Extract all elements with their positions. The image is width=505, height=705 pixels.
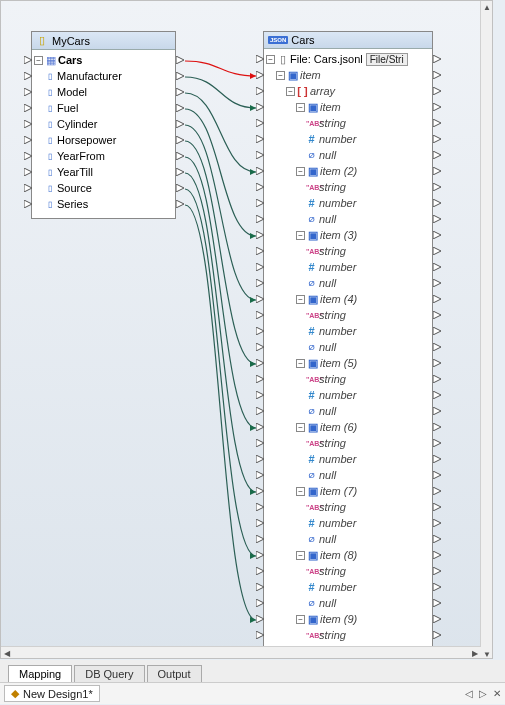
output-port[interactable] [176, 88, 184, 96]
document-tab[interactable]: ◆ New Design1* [4, 685, 100, 702]
input-port[interactable] [256, 231, 264, 239]
leaf-string-row[interactable]: "AB"string [266, 499, 431, 515]
output-port[interactable] [433, 359, 441, 367]
input-port[interactable] [256, 423, 264, 431]
input-port[interactable] [256, 263, 264, 271]
output-port[interactable] [433, 503, 441, 511]
array-item-row[interactable]: −▣item (8) [266, 547, 431, 563]
input-port[interactable] [256, 519, 264, 527]
output-port[interactable] [433, 279, 441, 287]
input-port[interactable] [256, 535, 264, 543]
tab-db-query[interactable]: DB Query [74, 665, 144, 682]
array-item-row[interactable]: −▣item (5) [266, 355, 431, 371]
table-row-cars[interactable]: −▦Cars [34, 52, 174, 68]
leaf-string-row[interactable]: "AB"string [266, 179, 431, 195]
expand-toggle[interactable]: − [296, 359, 305, 368]
input-port[interactable] [256, 183, 264, 191]
array-item-row[interactable]: −▣item (3) [266, 227, 431, 243]
input-port[interactable] [24, 56, 32, 64]
leaf-number-row[interactable]: #number [266, 195, 431, 211]
input-port[interactable] [256, 615, 264, 623]
output-port[interactable] [433, 471, 441, 479]
input-port[interactable] [256, 247, 264, 255]
expand-toggle[interactable]: − [276, 71, 285, 80]
input-port[interactable] [24, 120, 32, 128]
input-port[interactable] [256, 407, 264, 415]
output-port[interactable] [433, 423, 441, 431]
leaf-string-row[interactable]: "AB"string [266, 435, 431, 451]
input-port[interactable] [256, 103, 264, 111]
expand-toggle[interactable]: − [296, 231, 305, 240]
scroll-up-arrow[interactable]: ▲ [481, 1, 493, 13]
output-port[interactable] [433, 487, 441, 495]
tab-mapping[interactable]: Mapping [8, 665, 72, 682]
vertical-scrollbar[interactable]: ▲ ▼ [480, 1, 492, 659]
output-port[interactable] [176, 56, 184, 64]
output-port[interactable] [176, 120, 184, 128]
horizontal-scrollbar[interactable]: ◀ ▶ [1, 646, 481, 658]
leaf-number-row[interactable]: #number [266, 515, 431, 531]
input-port[interactable] [256, 631, 264, 639]
output-port[interactable] [433, 439, 441, 447]
output-port[interactable] [433, 583, 441, 591]
leaf-number-row[interactable]: #number [266, 131, 431, 147]
input-port[interactable] [256, 375, 264, 383]
array-item-row[interactable]: −▣item [266, 99, 431, 115]
mapping-canvas[interactable]: ▯ MyCars −▦Cars▯Manufacturer▯Model▯Fuel▯… [0, 0, 493, 659]
input-port[interactable] [256, 311, 264, 319]
output-port[interactable] [433, 199, 441, 207]
input-port[interactable] [256, 343, 264, 351]
expand-toggle[interactable]: − [266, 55, 275, 64]
leaf-null-row[interactable]: Ønull [266, 275, 431, 291]
output-port[interactable] [433, 103, 441, 111]
input-port[interactable] [256, 455, 264, 463]
nav-close-icon[interactable]: ✕ [493, 688, 501, 699]
file-row[interactable]: −▯File: Cars.jsonlFile/Stri [266, 51, 431, 67]
output-port[interactable] [176, 136, 184, 144]
output-port[interactable] [433, 87, 441, 95]
expand-toggle[interactable]: − [296, 487, 305, 496]
array-item-row[interactable]: −▣item (2) [266, 163, 431, 179]
expand-toggle[interactable]: − [286, 87, 295, 96]
output-port[interactable] [433, 135, 441, 143]
output-port[interactable] [433, 391, 441, 399]
output-port[interactable] [433, 263, 441, 271]
input-port[interactable] [256, 279, 264, 287]
input-port[interactable] [256, 151, 264, 159]
input-port[interactable] [256, 439, 264, 447]
input-port[interactable] [256, 295, 264, 303]
column-row-horsepower[interactable]: ▯Horsepower [34, 132, 174, 148]
expand-toggle[interactable]: − [296, 295, 305, 304]
output-port[interactable] [433, 631, 441, 639]
leaf-null-row[interactable]: Ønull [266, 467, 431, 483]
output-port[interactable] [433, 519, 441, 527]
output-port[interactable] [433, 71, 441, 79]
input-port[interactable] [24, 184, 32, 192]
expand-toggle[interactable]: − [296, 423, 305, 432]
input-port[interactable] [256, 135, 264, 143]
output-port[interactable] [433, 231, 441, 239]
output-port[interactable] [433, 599, 441, 607]
tab-output[interactable]: Output [147, 665, 202, 682]
input-port[interactable] [256, 359, 264, 367]
array-item-row[interactable]: −▣item (6) [266, 419, 431, 435]
input-port[interactable] [24, 136, 32, 144]
leaf-string-row[interactable]: "AB"string [266, 627, 431, 643]
output-port[interactable] [433, 55, 441, 63]
scroll-left-arrow[interactable]: ◀ [1, 647, 13, 659]
leaf-null-row[interactable]: Ønull [266, 595, 431, 611]
array-row[interactable]: −[ ]array [266, 83, 431, 99]
expand-toggle[interactable]: − [296, 103, 305, 112]
scroll-down-arrow[interactable]: ▼ [481, 648, 493, 659]
target-component-cars[interactable]: JSON Cars −▯File: Cars.jsonlFile/Stri−▣i… [263, 31, 433, 659]
input-port[interactable] [256, 599, 264, 607]
leaf-number-row[interactable]: #number [266, 579, 431, 595]
input-port[interactable] [256, 55, 264, 63]
leaf-string-row[interactable]: "AB"string [266, 371, 431, 387]
column-row-cylinder[interactable]: ▯Cylinder [34, 116, 174, 132]
output-port[interactable] [176, 200, 184, 208]
input-port[interactable] [24, 72, 32, 80]
array-item-row[interactable]: −▣item (7) [266, 483, 431, 499]
input-port[interactable] [256, 167, 264, 175]
output-port[interactable] [433, 551, 441, 559]
